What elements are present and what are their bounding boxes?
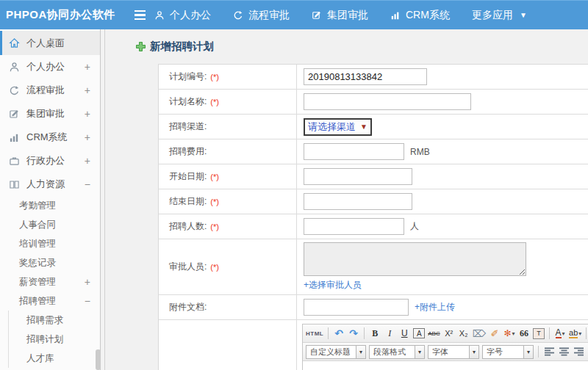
- edit-icon: [312, 10, 322, 21]
- bold-button[interactable]: B: [369, 327, 381, 341]
- nav-workflow-approval[interactable]: 流程审批: [233, 9, 290, 22]
- align-center-button[interactable]: [558, 345, 570, 359]
- collapse-icon[interactable]: −: [85, 178, 90, 190]
- caret-down-icon: ▾: [562, 330, 565, 337]
- sidebar-item-desktop[interactable]: 个人桌面: [0, 31, 100, 55]
- nav-personal-office[interactable]: 个人办公: [154, 9, 211, 22]
- color-palette-button[interactable]: ✻▾: [503, 327, 515, 341]
- start-date-input[interactable]: [304, 168, 412, 185]
- field-label: 招聘人数:: [169, 220, 207, 233]
- align-center-icon: [559, 347, 569, 356]
- edit-icon: [9, 108, 21, 120]
- form-row-editor: HTML ↶ ↷ B I U A ABC X² X₂ ⌦ ✐: [159, 320, 588, 370]
- html-source-button[interactable]: HTML: [306, 327, 323, 341]
- sidebar: 个人桌面 个人办公 + 流程审批 + 集团审批 + CRM系统 + 行政办公 +: [0, 29, 101, 370]
- sidebar-item-workflow-approval[interactable]: 流程审批 +: [0, 79, 100, 102]
- person-icon: [9, 61, 21, 73]
- nav-more-apps[interactable]: 更多应用 ▼: [472, 9, 527, 22]
- editor-content-area[interactable]: [303, 361, 588, 370]
- sidebar-item-recruit-mgmt[interactable]: 招聘管理 −: [0, 291, 100, 311]
- plan-number-input[interactable]: [304, 68, 427, 85]
- sidebar-item-rewards[interactable]: 奖惩记录: [0, 253, 100, 272]
- font-size-dropdown[interactable]: 字号 ▾: [482, 345, 534, 359]
- sidebar-item-admin-office[interactable]: 行政办公 +: [0, 149, 100, 173]
- text-style-button[interactable]: A: [413, 328, 425, 338]
- person-icon: [154, 10, 165, 21]
- attachment-input[interactable]: [304, 299, 409, 316]
- blockquote-button[interactable]: 66: [518, 327, 530, 341]
- headcount-input[interactable]: [304, 218, 404, 235]
- expand-icon[interactable]: +: [85, 131, 90, 143]
- nav-crm-system[interactable]: CRM系统: [390, 9, 450, 22]
- field-label: 计划编号:: [169, 70, 207, 83]
- sidebar-item-salary[interactable]: 薪资管理 +: [0, 272, 100, 291]
- sidebar-item-label: 集团审批: [26, 107, 65, 120]
- expand-icon[interactable]: +: [85, 276, 90, 288]
- paragraph-format-dropdown[interactable]: 段落格式 ▾: [369, 345, 425, 359]
- nav-label: 流程审批: [248, 9, 290, 22]
- sidebar-item-recruit-plan[interactable]: 招聘计划: [9, 330, 100, 349]
- expand-icon[interactable]: +: [85, 108, 90, 120]
- italic-button[interactable]: I: [384, 327, 395, 341]
- expand-icon[interactable]: +: [85, 84, 90, 96]
- sidebar-item-group-approval[interactable]: 集团审批 +: [0, 102, 100, 126]
- align-right-button[interactable]: [573, 345, 584, 359]
- attachment-upload-link[interactable]: +附件上传: [415, 301, 455, 313]
- required-mark: (*): [210, 173, 219, 181]
- editor-toolbar-row1: HTML ↶ ↷ B I U A ABC X² X₂ ⌦ ✐: [303, 324, 588, 343]
- hamburger-menu-icon[interactable]: [135, 10, 146, 21]
- paste-text-button[interactable]: T: [533, 328, 545, 339]
- editor-toolbar-row2: 自定义标题 ▾ 段落格式 ▾ 字体 ▾ 字号 ▾: [303, 343, 588, 361]
- cycle-icon: [9, 84, 21, 96]
- sidebar-item-crm[interactable]: CRM系统 +: [0, 126, 100, 149]
- highlight-color-button[interactable]: ab▾: [569, 327, 581, 341]
- font-color-button[interactable]: A▾: [554, 327, 566, 341]
- font-family-dropdown[interactable]: 字体 ▾: [428, 345, 479, 359]
- subscript-button[interactable]: X₂: [458, 327, 470, 341]
- form-row-cost: 招聘费用: RMB: [159, 139, 588, 164]
- end-date-input[interactable]: [304, 193, 412, 210]
- sidebar-item-hr[interactable]: 人力资源 −: [0, 173, 100, 196]
- sidebar-item-training[interactable]: 培训管理: [0, 234, 100, 253]
- sidebar-item-label: 行政办公: [26, 154, 65, 167]
- format-brush-icon[interactable]: ✐: [489, 327, 501, 341]
- sidebar-item-attendance[interactable]: 考勤管理: [0, 196, 100, 215]
- collapse-icon[interactable]: −: [85, 295, 90, 307]
- sidebar-item-talent-pool[interactable]: 人才库: [9, 349, 100, 368]
- caret-down-icon: ▼: [520, 11, 527, 19]
- top-header: PHPOA协同办公软件 个人办公 流程审批 集团审批 CRM系统: [0, 0, 588, 29]
- field-label: 招聘费用:: [169, 145, 207, 158]
- superscript-button[interactable]: X²: [443, 327, 455, 341]
- form-row-channel: 招聘渠道: 请选择渠道 ▼: [159, 115, 588, 139]
- sidebar-item-recruit-demand[interactable]: 招聘需求: [9, 311, 100, 330]
- required-mark: (*): [210, 98, 219, 106]
- remove-format-icon[interactable]: ⌦: [473, 327, 486, 341]
- expand-icon[interactable]: +: [85, 155, 90, 167]
- form-row-approvers: 审批人员: (*) +选择审批人员: [159, 239, 588, 295]
- cost-input[interactable]: [304, 143, 404, 160]
- sidebar-scrollbar-thumb[interactable]: [96, 349, 101, 370]
- nav-group-approval[interactable]: 集团审批: [312, 9, 368, 22]
- sidebar-item-hr-contract[interactable]: 人事合同: [0, 215, 100, 234]
- strikethrough-button[interactable]: ABC: [428, 327, 440, 341]
- undo-icon[interactable]: ↶: [333, 327, 345, 341]
- form-row-headcount: 招聘人数: (*) 人: [159, 214, 588, 239]
- approvers-textarea[interactable]: [304, 242, 526, 276]
- custom-title-dropdown[interactable]: 自定义标题 ▾: [306, 345, 366, 359]
- form-row-plan-name: 计划名称: (*): [159, 90, 588, 115]
- channel-select[interactable]: 请选择渠道 ▼: [304, 118, 372, 136]
- caret-down-icon: ▾: [523, 345, 534, 359]
- align-left-button[interactable]: [543, 345, 555, 359]
- unit-suffix: 人: [410, 220, 419, 233]
- recruit-submenu: 招聘需求 招聘计划 人才库: [8, 311, 100, 368]
- sidebar-item-personal-office[interactable]: 个人办公 +: [0, 55, 100, 79]
- select-approvers-link[interactable]: +选择审批人员: [304, 279, 362, 291]
- main-content: 新增招聘计划 计划编号: (*) 计划名称: (*) 招聘渠道:: [106, 29, 588, 370]
- required-mark: (*): [210, 263, 219, 272]
- expand-icon[interactable]: +: [85, 61, 90, 73]
- underline-button[interactable]: U: [398, 327, 410, 341]
- rich-text-editor: HTML ↶ ↷ B I U A ABC X² X₂ ⌦ ✐: [302, 324, 588, 370]
- field-label: 结束日期:: [169, 195, 207, 208]
- plan-name-input[interactable]: [304, 93, 471, 110]
- redo-icon[interactable]: ↷: [348, 327, 359, 341]
